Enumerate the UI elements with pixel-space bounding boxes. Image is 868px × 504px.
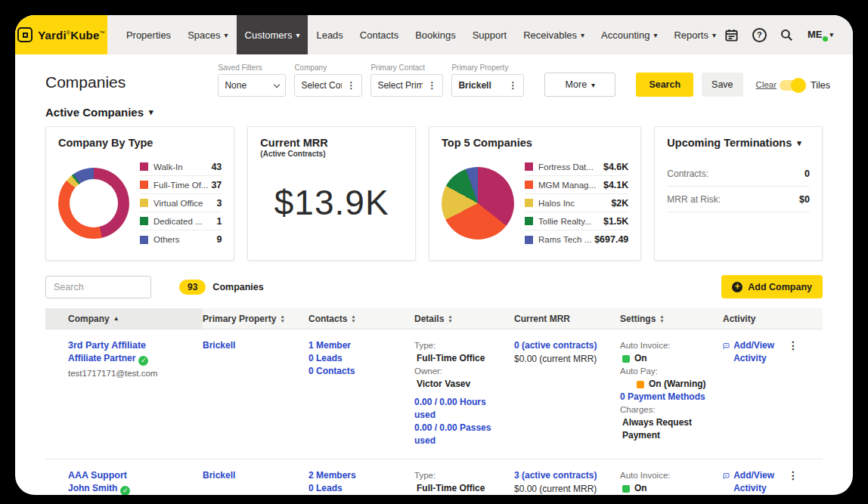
company-filter-label: Company [294, 63, 362, 72]
nav-item-properties[interactable]: Properties [118, 15, 179, 54]
nav-item-reports[interactable]: Reports [665, 15, 724, 54]
active-companies-dropdown[interactable]: Active Companies [15, 103, 184, 123]
property-link[interactable]: Brickell [203, 469, 235, 482]
search-button[interactable]: Search [636, 73, 693, 97]
column-header-details[interactable]: Details▲▼ [414, 314, 514, 324]
legend-swatch [140, 217, 148, 225]
add-view-activity-link[interactable]: Add/View Activity [723, 339, 783, 365]
add-company-button[interactable]: +Add Company [721, 275, 823, 298]
more-options-icon[interactable] [504, 80, 517, 91]
help-icon[interactable]: ? [752, 28, 767, 42]
current-mrr-cell: 3 (active contracts) $0.00 (current MRR) [514, 469, 620, 495]
legend-swatch [140, 199, 148, 207]
nav-item-contacts[interactable]: Contacts [352, 15, 407, 54]
primary-contact-link[interactable]: John Smith [68, 482, 117, 495]
legend-item: Halos Inc$2K [525, 194, 628, 212]
nav-item-spaces[interactable]: Spaces [179, 15, 236, 54]
more-options-icon[interactable] [423, 80, 436, 91]
legend-item: Others9 [140, 230, 222, 249]
legend-item: Full-Time Of...37 [140, 176, 222, 194]
table-header-row: Company Primary Property▲▼ Contacts▲▼ De… [45, 308, 823, 329]
search-icon[interactable] [780, 27, 795, 42]
payment-methods-link[interactable]: 0 Payment Methods [620, 391, 715, 404]
column-header-contacts[interactable]: Contacts▲▼ [308, 314, 414, 324]
nav-item-accounting[interactable]: Accounting [593, 15, 665, 54]
nav-item-support[interactable]: Support [464, 15, 516, 54]
calendar-icon[interactable] [724, 27, 739, 42]
members-link[interactable]: 1 Member [308, 339, 407, 352]
contacts-cell: 2 Members 0 Leads 0 Contacts [308, 469, 414, 495]
legend-item: MGM Manag...$4.1K [525, 176, 628, 194]
contacts-link[interactable]: 0 Contacts [308, 365, 407, 378]
legend-swatch [525, 217, 533, 225]
user-menu[interactable]: ME [808, 29, 833, 42]
table-search-input[interactable] [45, 276, 151, 298]
members-link[interactable]: 2 Members [308, 469, 407, 482]
primary-contact-select[interactable]: Select Prim... [370, 74, 443, 97]
row-menu-icon[interactable] [783, 469, 803, 495]
page-header: Companies Saved Filters None Company Sel… [15, 54, 853, 103]
column-header-settings[interactable]: Settings▲▼ [620, 314, 723, 324]
tiles-toggle[interactable] [780, 80, 804, 91]
legend-item: Walk-In43 [140, 158, 222, 176]
property-link[interactable]: Brickell [203, 339, 235, 352]
sort-icon: ▲▼ [659, 314, 664, 323]
legend-swatch [525, 236, 533, 244]
companies-count-badge: 93 [179, 280, 206, 295]
current-mrr-subtitle: (Active Contracts) [260, 150, 403, 158]
add-view-activity-link[interactable]: Add/View Activity [723, 469, 783, 495]
contracts-row: Contracts:0 [667, 161, 810, 187]
tiles-toggle-group: Tiles [780, 80, 839, 91]
filter-saved-filters: Saved Filters None [218, 63, 286, 97]
mrr-amount: $0.00 (current MRR) [514, 483, 612, 495]
company-cell: 3rd Party Affiliate Affiliate Partner te… [45, 339, 203, 380]
settings-cell: Auto Invoice: On Auto Pay: On (Warning) [620, 469, 723, 495]
primary-property-select[interactable]: Brickell [451, 74, 524, 97]
card-upcoming-terminations: Upcoming Terminations Contracts:0 MRR at… [654, 126, 823, 261]
current-mrr-cell: 0 (active contracts) $0.00 (current MRR) [514, 339, 620, 366]
column-header-activity: Activity [723, 314, 823, 324]
column-header-primary-property[interactable]: Primary Property▲▼ [203, 314, 308, 324]
passes-used-link[interactable]: 0.00 / 0.00 Passes used [414, 422, 507, 447]
filter-primary-property: Primary Property Brickell [451, 63, 524, 97]
legend-swatch [525, 181, 533, 189]
company-select[interactable]: Select Com... [294, 74, 362, 97]
column-header-current-mrr: Current MRR [514, 314, 620, 324]
nav-item-bookings[interactable]: Bookings [407, 15, 463, 54]
hours-used-link[interactable]: 0.00 / 0.00 Hours used [414, 396, 507, 422]
saved-filters-select[interactable]: None [218, 74, 286, 97]
company-filter-value: Select Com... [301, 80, 342, 91]
details-cell: Type: Full-Time Office Owner: Warren Her… [414, 469, 514, 495]
mrr-at-risk-row: MRR at Risk:$0 [667, 187, 810, 212]
active-contracts-link[interactable]: 0 (active contracts) [514, 339, 612, 352]
legend-swatch [140, 181, 148, 189]
filter-primary-contact: Primary Contact Select Prim... [370, 63, 443, 97]
row-menu-icon[interactable] [783, 339, 803, 365]
sort-icon: ▲▼ [280, 314, 284, 323]
more-filters-button[interactable]: More [544, 73, 615, 97]
dashboard-tiles: Company By Type Walk-In43 Full-Time Of..… [15, 123, 853, 261]
clear-filters-link[interactable]: Clear [756, 80, 777, 89]
company-type: Full-Time Office [414, 352, 507, 365]
brand-logo[interactable]: Yardi®Kube™ [15, 15, 107, 54]
table-toolbar: 93 Companies +Add Company [15, 261, 853, 308]
toggle-knob [791, 78, 806, 93]
column-header-company[interactable]: Company [45, 308, 203, 329]
nav-item-receivables[interactable]: Receivables [515, 15, 593, 54]
save-filter-button[interactable]: Save [702, 73, 743, 97]
activity-cell: Add/View Activity [723, 339, 823, 365]
active-contracts-link[interactable]: 3 (active contracts) [514, 469, 612, 482]
more-options-icon[interactable] [342, 80, 355, 91]
primary-contact-link[interactable]: Affiliate Partner [68, 352, 135, 365]
brand-name: Yardi®Kube™ [38, 29, 105, 42]
leads-link[interactable]: 0 Leads [308, 482, 407, 495]
nav-item-leads[interactable]: Leads [308, 15, 351, 54]
upcoming-terminations-dropdown[interactable]: Upcoming Terminations [667, 137, 801, 149]
tiles-toggle-label: Tiles [811, 80, 830, 91]
legend-swatch [525, 162, 533, 171]
nav-item-customers[interactable]: Customers [237, 15, 308, 54]
leads-link[interactable]: 0 Leads [308, 352, 407, 365]
company-name-link[interactable]: AAA Support [68, 469, 195, 482]
top-5-companies-legend: Fortress Dat...$4.6K MGM Manag...$4.1K H… [525, 158, 628, 249]
company-name-link[interactable]: 3rd Party Affiliate [68, 339, 195, 352]
